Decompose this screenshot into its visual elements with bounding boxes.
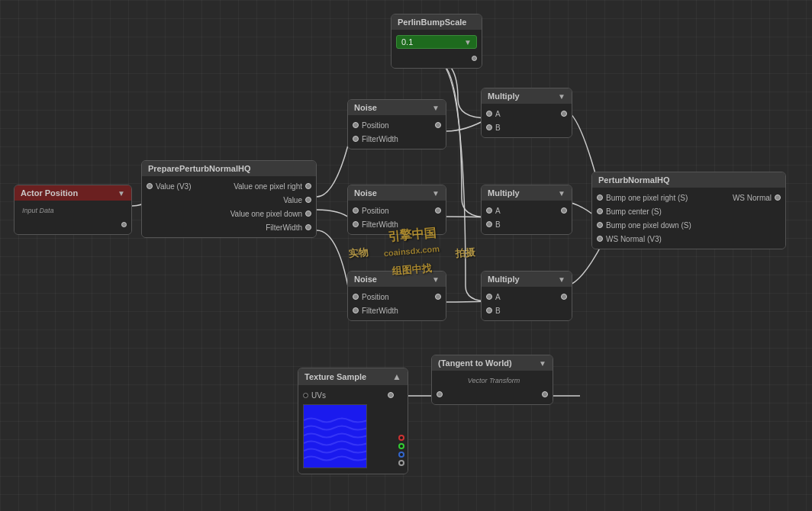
- perturb-in-pin2[interactable]: [597, 208, 603, 214]
- actor-output-pin[interactable]: [121, 222, 127, 227]
- multiply2-b-pin[interactable]: [486, 221, 492, 227]
- prepare-row-filterwidth: FilterWidth: [142, 220, 316, 234]
- noise3-out-pin[interactable]: [435, 294, 441, 300]
- multiply2-out-pin[interactable]: [561, 207, 567, 214]
- perturb-out-pin[interactable]: [775, 194, 781, 201]
- perturb-in-pin3[interactable]: [597, 222, 603, 228]
- tangent-output-pin[interactable]: [542, 391, 548, 397]
- perturb-row1: Bump one pixel right (S) WS Normal: [592, 191, 785, 204]
- node-noise-1[interactable]: Noise ▼ Position FilterWidth: [347, 99, 446, 149]
- node-texture-sample[interactable]: Texture Sample ▲ UVs: [298, 368, 408, 474]
- node-tangent-header[interactable]: (Tangent to World) ▼: [432, 355, 553, 371]
- node-perturb-header[interactable]: PerturbNormalHQ: [592, 172, 785, 188]
- texture-uv-out-pin[interactable]: [388, 392, 394, 398]
- noise2-out-pin[interactable]: [435, 207, 441, 214]
- node-noise1-header[interactable]: Noise ▼: [348, 100, 446, 115]
- multiply2-a-pin[interactable]: [486, 207, 492, 214]
- node-noise1-title: Noise: [354, 103, 377, 112]
- texture-r-pin[interactable]: [398, 435, 404, 441]
- prepare-out-pin4[interactable]: [305, 224, 311, 230]
- noise1-out-pin[interactable]: [435, 122, 441, 128]
- prepare-input-pin[interactable]: [147, 183, 153, 189]
- noise2-position-row: Position: [348, 204, 446, 217]
- node-perturb-normal[interactable]: PerturbNormalHQ Bump one pixel right (S)…: [591, 172, 786, 249]
- node-noise2-title: Noise: [354, 188, 377, 198]
- perlin-value-box[interactable]: 0.1 ▼: [396, 35, 477, 49]
- texture-a-pin[interactable]: [398, 460, 404, 466]
- node-multiply-1[interactable]: Multiply ▼ A B: [481, 88, 572, 138]
- multiply3-a-pin[interactable]: [486, 294, 492, 300]
- prepare-row-pixel-down: Value one pixel down: [142, 207, 316, 220]
- perturb-row3: Bump one pixel down (S): [592, 218, 785, 232]
- node-multiply2-header[interactable]: Multiply ▼: [482, 185, 572, 201]
- node-actor-title: Actor Position: [21, 188, 78, 198]
- node-noise2-chevron: ▼: [432, 189, 440, 198]
- node-multiply1-chevron: ▼: [558, 92, 566, 101]
- texture-uv-pin[interactable]: [303, 393, 308, 398]
- perturb-in-pin1[interactable]: [597, 194, 603, 201]
- prepare-out-pin2[interactable]: [305, 197, 311, 203]
- node-perlinbumpscale-title: PerlinBumpScale: [398, 18, 466, 27]
- node-noise1-chevron: ▼: [432, 104, 440, 112]
- multiply1-b-pin[interactable]: [486, 124, 492, 130]
- node-actor-header[interactable]: Actor Position ▼: [14, 185, 131, 201]
- multiply1-a-pin[interactable]: [486, 111, 492, 117]
- texture-g-pin[interactable]: [398, 443, 404, 449]
- node-actor-chevron: ▼: [118, 189, 125, 198]
- texture-output-pins: [398, 388, 408, 471]
- multiply2-a-row: A: [482, 204, 572, 217]
- prepare-out-pin1[interactable]: [305, 183, 311, 189]
- node-noise-3[interactable]: Noise ▼ Position FilterWidth: [347, 271, 446, 321]
- prepare-out-pin3[interactable]: [305, 211, 311, 217]
- node-multiply-2[interactable]: Multiply ▼ A B: [481, 185, 572, 235]
- node-multiply3-header[interactable]: Multiply ▼: [482, 272, 572, 287]
- tangent-input-pin[interactable]: [437, 391, 443, 397]
- noise1-pos-pin[interactable]: [353, 122, 359, 128]
- node-multiply2-title: Multiply: [488, 188, 520, 198]
- node-perlinbumpscale-header[interactable]: PerlinBumpScale: [392, 14, 482, 30]
- noise1-filterwidth-row: FilterWidth: [348, 132, 446, 146]
- perturb-row2: Bump center (S): [592, 204, 785, 218]
- tangent-subtitle-row: Vector Transform: [432, 374, 553, 387]
- multiply1-a-row: A: [482, 107, 572, 121]
- perlin-output-pin[interactable]: [472, 56, 477, 61]
- noise1-fw-pin[interactable]: [353, 136, 359, 142]
- perturb-in-pin4[interactable]: [597, 236, 603, 242]
- node-multiply1-header[interactable]: Multiply ▼: [482, 88, 572, 104]
- noise3-position-row: Position: [348, 290, 446, 304]
- node-tangent-title: (Tangent to World): [438, 358, 512, 368]
- node-texture-header[interactable]: Texture Sample ▲: [298, 368, 408, 385]
- multiply3-b-pin[interactable]: [486, 307, 492, 313]
- node-actor-subtitle-row: Input Data: [14, 204, 131, 217]
- noise2-pos-pin[interactable]: [353, 207, 359, 214]
- node-noise2-header[interactable]: Noise ▼: [348, 185, 446, 201]
- noise1-position-row: Position: [348, 118, 446, 132]
- node-perlinbumpscale[interactable]: PerlinBumpScale 0.1 ▼: [391, 14, 482, 69]
- multiply2-b-row: B: [482, 217, 572, 231]
- noise3-filterwidth-row: FilterWidth: [348, 304, 446, 317]
- tangent-io-row: [432, 387, 553, 401]
- multiply3-out-pin[interactable]: [561, 294, 567, 300]
- node-tangent-world[interactable]: (Tangent to World) ▼ Vector Transform: [431, 355, 553, 405]
- texture-preview: [303, 404, 367, 468]
- perlin-value: 0.1: [401, 37, 413, 47]
- node-texture-expand[interactable]: ▲: [392, 371, 401, 382]
- node-multiply2-chevron: ▼: [558, 189, 566, 198]
- node-prepare-header[interactable]: PreparePerturbNormalHQ: [142, 161, 316, 176]
- texture-b-pin[interactable]: [398, 452, 404, 458]
- node-multiply-3[interactable]: Multiply ▼ A B: [481, 271, 572, 321]
- perturb-row4: WS Normal (V3): [592, 232, 785, 246]
- noise2-fw-pin[interactable]: [353, 221, 359, 227]
- node-prepare-perturb[interactable]: PreparePerturbNormalHQ Value (V3) Value …: [141, 160, 317, 238]
- noise3-fw-pin[interactable]: [353, 307, 359, 313]
- noise3-pos-pin[interactable]: [353, 294, 359, 300]
- node-noise3-chevron: ▼: [432, 275, 440, 284]
- node-multiply3-chevron: ▼: [558, 275, 566, 284]
- node-noise3-header[interactable]: Noise ▼: [348, 272, 446, 287]
- node-noise-2[interactable]: Noise ▼ Position FilterWidth: [347, 185, 446, 235]
- node-tangent-subtitle: Vector Transform: [468, 377, 520, 384]
- node-actor-position[interactable]: Actor Position ▼ Input Data: [14, 185, 132, 235]
- prepare-row-value: Value: [142, 193, 316, 207]
- multiply1-out-pin[interactable]: [561, 111, 567, 117]
- noise2-filterwidth-row: FilterWidth: [348, 217, 446, 231]
